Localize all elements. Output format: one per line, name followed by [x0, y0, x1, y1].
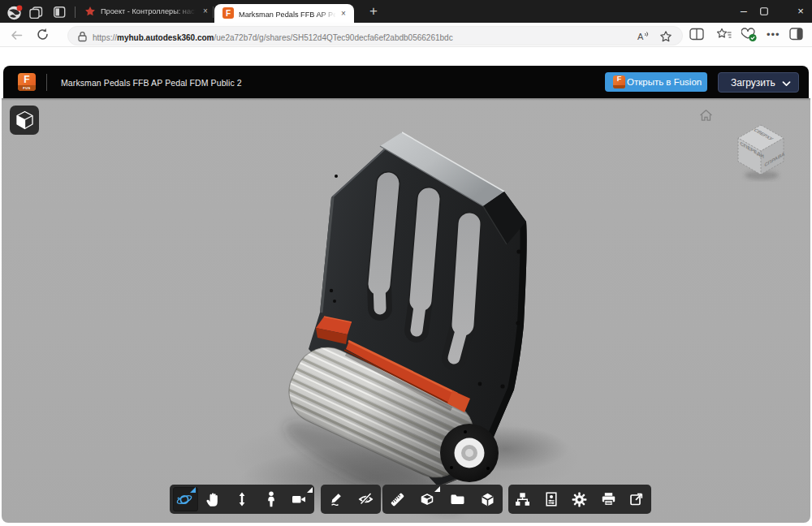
- svg-text:A: A: [637, 32, 644, 41]
